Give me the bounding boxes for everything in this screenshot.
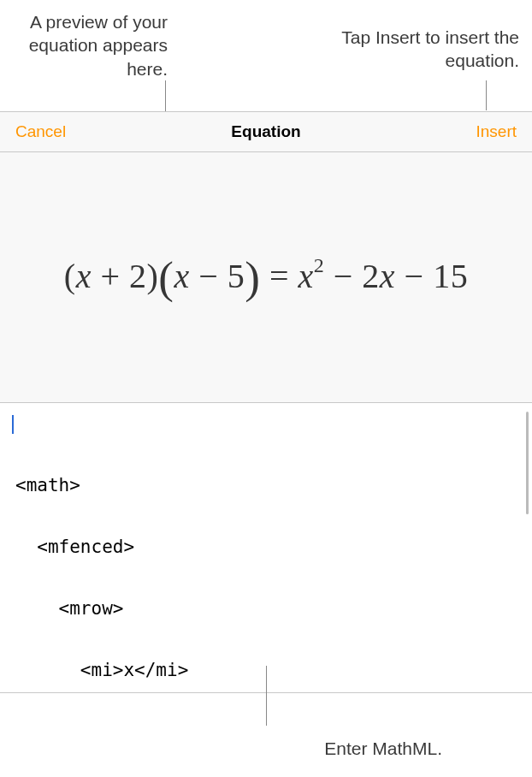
- scrollbar[interactable]: [526, 412, 529, 514]
- equation-preview: (x + 2)(x − 5) = x2 − 2x − 15: [0, 152, 532, 403]
- insert-button[interactable]: Insert: [476, 122, 517, 141]
- callout-line: [266, 666, 267, 726]
- callout-insert: Tap Insert to insert the equation.: [318, 26, 519, 73]
- callout-preview: A preview of your equation appears here.: [14, 10, 168, 80]
- mathml-input[interactable]: <math> <mfenced> <mrow> <mi>x</mi> <mo>+…: [0, 403, 532, 692]
- callout-line: [486, 80, 487, 110]
- cancel-button[interactable]: Cancel: [15, 122, 66, 141]
- toolbar: Cancel Equation Insert: [0, 112, 532, 152]
- text-cursor: [12, 415, 14, 434]
- editor-line: <mrow>: [15, 598, 517, 619]
- callout-mathml: Enter MathML.: [271, 737, 442, 760]
- equation-rendered: (x + 2)(x − 5) = x2 − 2x − 15: [64, 252, 468, 303]
- equation-dialog: Cancel Equation Insert (x + 2)(x − 5) = …: [0, 111, 532, 693]
- editor-line: <math>: [15, 475, 517, 495]
- editor-line: <mfenced>: [15, 537, 517, 557]
- toolbar-title: Equation: [231, 122, 300, 141]
